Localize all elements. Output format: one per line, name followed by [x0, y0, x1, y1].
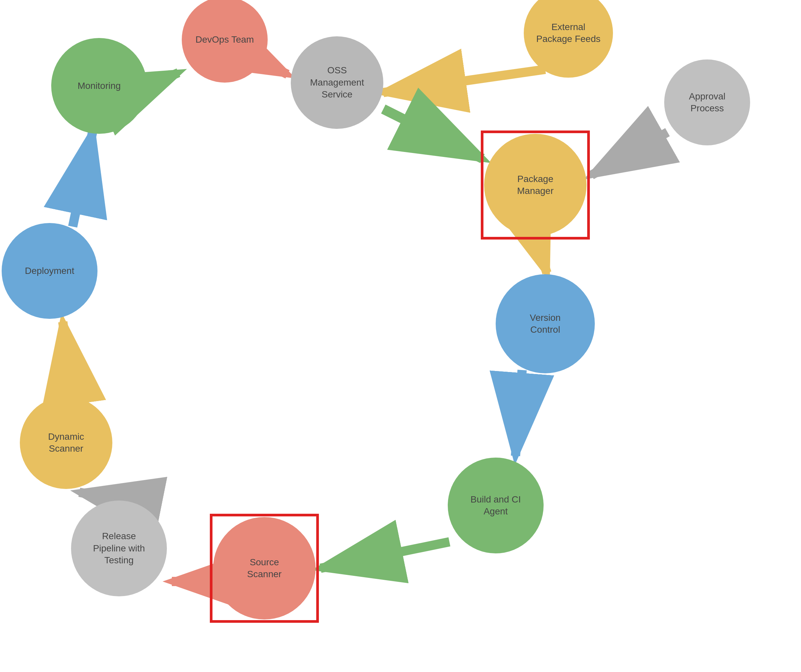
svg-line-16 [535, 238, 547, 273]
oss-label: OSS Management Service [310, 64, 364, 100]
svg-line-22 [73, 132, 93, 227]
svg-line-17 [515, 370, 522, 456]
version-control-label: Version Control [530, 312, 560, 336]
external-label: External Package Feeds [536, 21, 601, 45]
source-scanner-node: Source Scanner [213, 517, 315, 619]
svg-line-13 [383, 69, 545, 93]
version-control-node: Version Control [496, 274, 595, 373]
approval-label: Approval Process [689, 90, 725, 115]
source-scanner-label: Source Scanner [247, 556, 281, 580]
svg-line-12 [271, 66, 288, 74]
release-pipeline-node: Release Pipeline with Testing [71, 500, 167, 596]
deployment-node: Deployment [2, 223, 98, 319]
external-node: External Package Feeds [524, 0, 613, 78]
devops-node: DevOps Team [182, 0, 268, 83]
package-manager-label: Package Manager [517, 173, 554, 197]
svg-line-20 [79, 492, 113, 499]
svg-line-15 [592, 132, 668, 175]
devops-label: DevOps Team [196, 34, 254, 46]
svg-line-14 [383, 109, 483, 159]
svg-line-11 [148, 73, 179, 86]
package-manager-node: Package Manager [484, 134, 587, 236]
monitoring-label: Monitoring [78, 80, 121, 92]
approval-node: Approval Process [664, 59, 750, 145]
oss-node: OSS Management Service [291, 36, 383, 129]
monitoring-node: Monitoring [51, 38, 147, 134]
svg-line-18 [320, 542, 449, 568]
dynamic-scanner-node: Dynamic Scanner [20, 397, 113, 489]
dynamic-scanner-label: Dynamic Scanner [48, 431, 84, 455]
build-ci-label: Build and CI Agent [471, 494, 521, 518]
deployment-label: Deployment [25, 265, 74, 277]
build-ci-node: Build and CI Agent [448, 458, 544, 553]
release-pipeline-label: Release Pipeline with Testing [93, 530, 145, 566]
svg-line-21 [63, 322, 73, 395]
